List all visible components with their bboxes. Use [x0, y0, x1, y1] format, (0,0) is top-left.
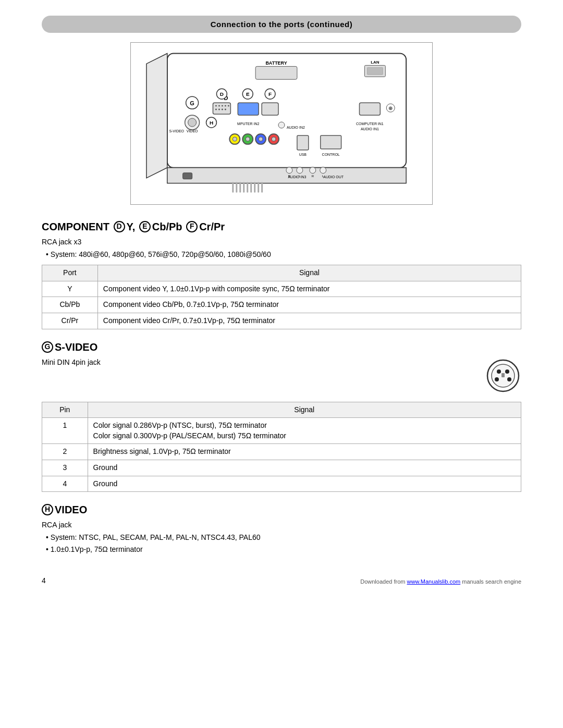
component-signal-cell: Component video Cr/Pr, 0.7±0.1Vp-p, 75Ω … [97, 313, 521, 329]
svg-text:COMPUTER IN1: COMPUTER IN1 [356, 122, 384, 126]
svg-rect-51 [297, 135, 309, 150]
svg-point-11 [188, 118, 197, 127]
svideo-col-pin: Pin [42, 402, 88, 418]
component-section: COMPONENT D Y, E Cb/Pb F Cr/Pr RCA jack … [42, 219, 521, 329]
svg-text:AUDIO IN3: AUDIO IN3 [288, 175, 306, 179]
component-signal-cell: Component video Cb/Pb, 0.7±0.1Vp-p, 75Ω … [97, 297, 521, 313]
manualslib-link[interactable]: www.Manualslib.com [407, 578, 461, 585]
svg-rect-7 [367, 67, 383, 75]
svg-point-21 [218, 105, 220, 107]
svg-rect-72 [254, 182, 255, 193]
svg-point-57 [286, 167, 292, 174]
svg-point-41 [246, 137, 250, 141]
svg-point-58 [297, 167, 303, 174]
page-number: 4 [42, 576, 46, 586]
video-title: H VIDEO [42, 502, 521, 517]
letter-E-circle: E [139, 221, 151, 232]
svg-rect-69 [243, 182, 244, 193]
svg-rect-65 [183, 173, 192, 179]
component-col-port: Port [42, 265, 98, 281]
svideo-signal-cell: Brightness signal, 1.0Vp-p, 75Ω terminat… [88, 444, 521, 460]
svideo-signal-cell: Ground [88, 460, 521, 476]
svg-rect-31 [238, 103, 259, 115]
letter-D-circle: D [114, 221, 125, 232]
svideo-section: G S-VIDEO Mini DIN 4pin jack Pin [42, 340, 521, 492]
svg-point-25 [215, 109, 217, 110]
svg-point-81 [507, 377, 511, 381]
svg-point-22 [222, 105, 223, 107]
footer: 4 Downloaded from www.Manualslib.com man… [42, 576, 521, 586]
component-port-cell: Cr/Pr [42, 313, 98, 329]
svideo-title-text: S-VIDEO [55, 340, 97, 354]
svg-text:VIDEO: VIDEO [187, 129, 198, 133]
table-row: 2Brightness signal, 1.0Vp-p, 75Ω termina… [42, 444, 521, 460]
svideo-desc: Mini DIN 4pin jack [42, 357, 464, 370]
svg-point-20 [215, 105, 217, 107]
svg-rect-67 [236, 182, 237, 193]
component-port-cell: Cb/Pb [42, 297, 98, 313]
svg-text:H: H [210, 120, 213, 126]
component-table: Port Signal YComponent video Y, 1.0±0.1V… [42, 265, 521, 329]
table-row: Cb/PbComponent video Cb/Pb, 0.7±0.1Vp-p,… [42, 297, 521, 313]
svg-text:E: E [246, 91, 250, 97]
svideo-signal-cell: Color signal 0.286Vp-p (NTSC, burst), 75… [88, 418, 521, 444]
svg-rect-53 [321, 135, 341, 149]
component-Y: Y, [127, 219, 138, 234]
table-row: 3Ground [42, 460, 521, 476]
svg-text:R: R [312, 175, 314, 178]
svg-point-45 [272, 137, 276, 141]
svideo-row: Mini DIN 4pin jack [42, 357, 521, 397]
table-row: 4Ground [42, 476, 521, 492]
svg-rect-4 [255, 66, 297, 79]
svg-text:BATTERY: BATTERY [265, 60, 287, 66]
svg-point-26 [218, 109, 220, 110]
svg-text:LAN: LAN [371, 60, 380, 65]
svg-point-43 [259, 137, 263, 141]
footer-note-text: Downloaded from [360, 578, 407, 585]
component-subtitle: RCA jack x3 [42, 237, 521, 248]
svg-text:AUDIO OUT: AUDIO OUT [323, 175, 344, 179]
svg-text:AUDIO IN2: AUDIO IN2 [287, 126, 305, 129]
list-item: • System: NTSC, PAL, SECAM, PAL-M, PAL-N… [46, 533, 521, 543]
diagram-container: BATTERY LAN G S-VIDEO VIDEO H D D [130, 42, 433, 205]
svg-text:AUDIO IN1: AUDIO IN1 [361, 127, 379, 131]
svg-point-28 [225, 109, 226, 110]
svg-text:F: F [268, 91, 272, 97]
svideo-pin-cell: 1 [42, 418, 88, 444]
svg-rect-66 [232, 182, 234, 193]
svg-rect-73 [258, 182, 259, 193]
svg-text:R: R [288, 175, 291, 178]
svideo-pin-cell: 3 [42, 460, 88, 476]
svideo-signal-cell: Ground [88, 476, 521, 492]
svideo-pin-cell: 2 [42, 444, 88, 460]
video-section: H VIDEO RCA jack • System: NTSC, PAL, SE… [42, 502, 521, 555]
component-port-cell: Y [42, 281, 98, 297]
component-col-signal: Signal [97, 265, 521, 281]
video-title-text: VIDEO [55, 502, 87, 517]
component-title: COMPONENT D Y, E Cb/Pb F Cr/Pr [42, 219, 521, 234]
letter-H-circle: H [42, 504, 53, 515]
svg-point-27 [222, 109, 223, 110]
table-row: Cr/PrComponent video Cr/Pr, 0.7±0.1Vp-p,… [42, 313, 521, 329]
svg-text:G: G [190, 100, 194, 106]
letter-G-circle: G [42, 341, 53, 353]
svg-rect-74 [261, 182, 263, 193]
svg-rect-68 [239, 182, 241, 193]
svg-point-24 [228, 105, 229, 107]
svg-point-36 [278, 122, 285, 128]
svg-point-59 [310, 167, 316, 174]
component-title-text: COMPONENT [42, 219, 113, 234]
svg-point-23 [225, 105, 226, 107]
letter-F-circle: F [186, 221, 198, 232]
svg-point-78 [497, 369, 501, 374]
svg-rect-70 [247, 182, 248, 193]
svideo-table: Pin Signal 1Color signal 0.286Vp-p (NTSC… [42, 402, 521, 492]
svg-text:S-VIDEO: S-VIDEO [169, 129, 184, 133]
svg-marker-1 [146, 53, 167, 178]
video-subtitle: RCA jack [42, 520, 521, 530]
svg-text:USB: USB [299, 153, 307, 156]
table-row: YComponent video Y, 1.0±0.1Vp-p with com… [42, 281, 521, 297]
projector-ports-diagram: BATTERY LAN G S-VIDEO VIDEO H D D [136, 48, 427, 199]
svideo-subtitle: Mini DIN 4pin jack [42, 357, 464, 368]
list-item: • 1.0±0.1Vp-p, 75Ω terminator [46, 545, 521, 555]
